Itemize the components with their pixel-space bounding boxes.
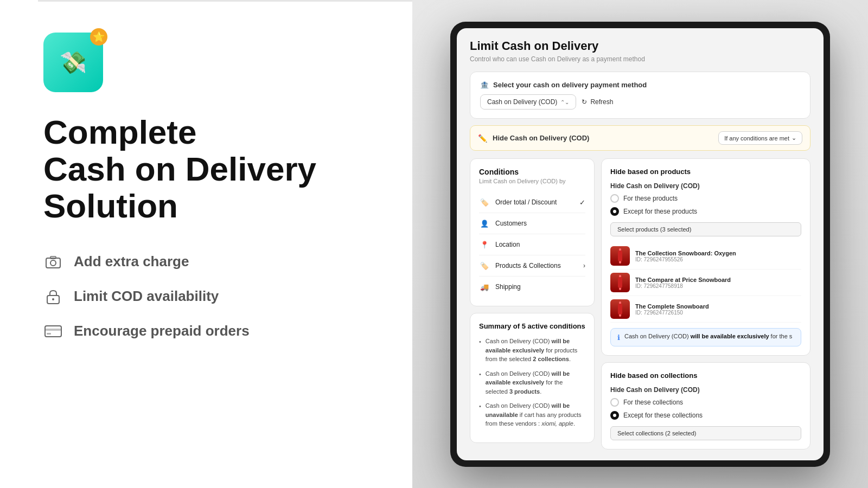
summary-title: Summary of 5 active conditions (479, 322, 585, 330)
payment-method-section: 🏦 Select your cash on delivery payment m… (470, 72, 810, 119)
product-thumbnail-1 (610, 246, 630, 266)
product-info-3: The Complete Snowboard ID: 7296247726150 (635, 303, 801, 316)
feature-prepaid-text: Encourage prepaid orders (74, 323, 250, 339)
left-panel: ⭐ 💸 Complete Cash on Delivery Solution A… (0, 0, 412, 488)
card-icon (43, 322, 63, 341)
conditions-panel: Conditions Limit Cash on Delivery (COD) … (470, 158, 595, 450)
condition-shipping[interactable]: 🚚 Shipping (479, 277, 585, 297)
info-banner-text: Cash on Delivery (COD) will be available… (624, 333, 792, 339)
summary-card: Summary of 5 active conditions • Cash on… (470, 313, 595, 443)
product-item-3: The Complete Snowboard ID: 7296247726150 (610, 296, 801, 323)
refresh-button[interactable]: ↻ Refresh (582, 98, 613, 106)
radio-except-collections[interactable]: Except for these collections (610, 411, 801, 420)
product-item-2: The Compare at Price Snowboard ID: 72962… (610, 269, 801, 296)
product-id-3: ID: 7296247726150 (635, 310, 801, 316)
product-info-2: The Compare at Price Snowboard ID: 72962… (635, 277, 801, 289)
app-header: Limit Cash on Delivery Control who can u… (470, 39, 810, 63)
condition-products-collections[interactable]: 🏷️ Products & Collections › (479, 255, 585, 277)
location-icon: 📍 (479, 239, 490, 250)
products-panel: Hide based on products Hide Cash on Deli… (601, 158, 810, 450)
right-panel: Limit Cash on Delivery Control who can u… (412, 0, 868, 488)
feature-limit-cod-text: Limit COD availability (74, 288, 219, 305)
select-products-button[interactable]: Select products (3 selected) (610, 222, 801, 236)
page-title: Limit Cash on Delivery (470, 39, 810, 53)
dropdown-arrow-icon: ⌄ (792, 134, 796, 142)
conditions-title: Conditions (479, 168, 585, 176)
radio-group-products: For these products Except for these prod… (610, 194, 801, 216)
title-line2: Cash on Delivery (43, 150, 316, 188)
bullet-3: • (479, 402, 481, 428)
arrow-right-icon: › (583, 262, 585, 269)
product-item-1: The Collection Snowboard: Oxygen ID: 729… (610, 243, 801, 269)
product-info-1: The Collection Snowboard: Oxygen ID: 729… (635, 250, 801, 262)
title-line1: Complete (43, 113, 196, 151)
hide-cod-row: ✏️ Hide Cash on Delivery (COD) If any co… (470, 125, 810, 151)
main-content: Conditions Limit Cash on Delivery (COD) … (470, 158, 810, 450)
svg-rect-6 (45, 329, 61, 331)
info-banner: ℹ Cash on Delivery (COD) will be availab… (610, 328, 801, 346)
product-name-1: The Collection Snowboard: Oxygen (635, 250, 801, 256)
svg-rect-5 (45, 326, 61, 337)
condition-location[interactable]: 📍 Location (479, 234, 585, 255)
payment-method-label: 🏦 Select your cash on delivery payment m… (480, 81, 800, 89)
summary-item-1: • Cash on Delivery (COD) will be availab… (479, 337, 585, 364)
truck-icon: 🚚 (479, 281, 490, 292)
hide-collections-title: Hide based on collections (610, 371, 801, 380)
feature-limit-cod: Limit COD availability (43, 287, 369, 306)
refresh-icon: ↻ (582, 98, 587, 106)
features-list: Add extra charge Limit COD availability (43, 252, 369, 341)
collections-card: Hide based on collections Hide Cash on D… (601, 362, 810, 450)
condition-dropdown[interactable]: If any conditions are met ⌄ (718, 131, 802, 145)
radio-except-collections-circle (610, 411, 619, 420)
radio-group-collections: For these collections Except for these c… (610, 398, 801, 420)
tablet-frame: Limit Cash on Delivery Control who can u… (450, 22, 830, 467)
summary-item-3: • Cash on Delivery (COD) will be unavail… (479, 401, 585, 428)
product-name-3: The Complete Snowboard (635, 303, 801, 310)
svg-rect-7 (47, 333, 51, 335)
radio-for-products-circle (610, 194, 619, 203)
bullet-2: • (479, 370, 481, 396)
lock-icon (43, 287, 63, 306)
feature-prepaid: Encourage prepaid orders (43, 322, 369, 341)
condition-customers[interactable]: 👤 Customers (479, 213, 585, 234)
hide-cod-collections-label: Hide Cash on Delivery (COD) (610, 386, 801, 394)
svg-rect-9 (618, 251, 622, 261)
product-thumbnail-3 (610, 299, 630, 319)
select-collections-button[interactable]: Select collections (2 selected) (610, 426, 801, 440)
main-title: Complete Cash on Delivery Solution (43, 114, 369, 225)
payment-icon: 🏦 (480, 81, 489, 89)
camera-icon (43, 252, 63, 272)
tablet-screen: Limit Cash on Delivery Control who can u… (457, 28, 824, 460)
products-card: Hide based on products Hide Cash on Deli… (601, 158, 810, 356)
page-subtitle: Control who can use Cash on Delivery as … (470, 55, 810, 63)
svg-rect-11 (618, 277, 622, 288)
svg-point-1 (50, 260, 56, 266)
bullet-1: • (479, 337, 481, 364)
feature-add-charge: Add extra charge (43, 252, 369, 272)
title-line3: Solution (43, 187, 178, 224)
radio-except-products-circle (610, 207, 619, 216)
payment-selector-row: Cash on Delivery (COD) ⌃⌄ ↻ Refresh (480, 94, 800, 110)
svg-rect-13 (618, 304, 622, 314)
condition-order-total[interactable]: 🏷️ Order total / Discount ✓ (479, 192, 585, 213)
tag2-icon: 🏷️ (479, 260, 490, 271)
app-icon-image: 💸 (60, 50, 87, 75)
radio-except-products[interactable]: Except for these products (610, 207, 801, 216)
star-badge: ⭐ (90, 28, 107, 46)
radio-for-products[interactable]: For these products (610, 194, 801, 203)
conditions-subtitle: Limit Cash on Delivery (COD) by (479, 178, 585, 184)
check-icon: ✓ (579, 198, 585, 207)
product-id-2: ID: 7296247758918 (635, 283, 801, 289)
summary-item-2: • Cash on Delivery (COD) will be availab… (479, 369, 585, 396)
hide-cod-products-label: Hide Cash on Delivery (COD) (610, 182, 801, 190)
person-icon: 👤 (479, 218, 490, 229)
radio-for-collections-circle (610, 398, 619, 407)
payment-select[interactable]: Cash on Delivery (COD) ⌃⌄ (480, 94, 576, 110)
hide-icon: ✏️ (478, 134, 487, 143)
svg-rect-0 (46, 258, 60, 268)
app-ui: Limit Cash on Delivery Control who can u… (457, 28, 824, 460)
conditions-card: Conditions Limit Cash on Delivery (COD) … (470, 158, 595, 306)
info-icon: ℹ (617, 333, 620, 342)
radio-for-collections[interactable]: For these collections (610, 398, 801, 407)
select-arrows-icon: ⌃⌄ (560, 99, 569, 105)
